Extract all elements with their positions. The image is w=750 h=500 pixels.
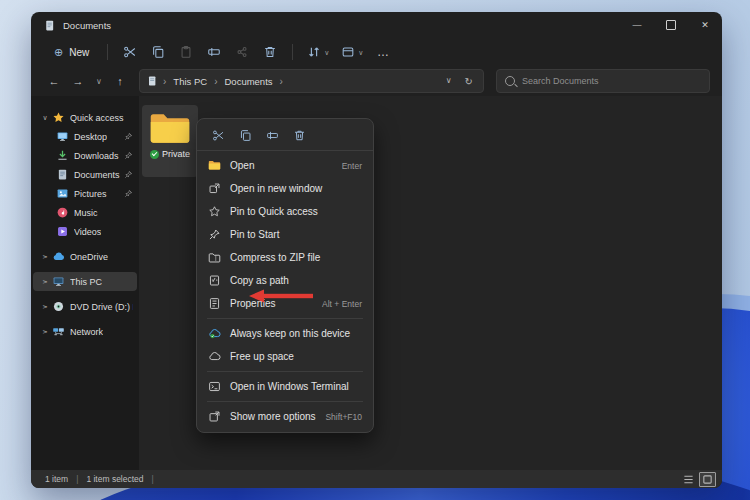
sort-icon (307, 45, 321, 59)
back-button[interactable]: ← (43, 70, 65, 92)
search-box[interactable]: Search Documents (496, 69, 710, 93)
breadcrumb-this-pc[interactable]: This PC (171, 75, 209, 88)
network-icon (52, 325, 65, 338)
menu-item-label: Compress to ZIP file (230, 252, 353, 263)
dvd-drive-icon (52, 300, 65, 313)
paste-button[interactable] (173, 41, 199, 63)
address-dropdown-button[interactable]: ∨ (442, 77, 456, 85)
maximize-button[interactable] (654, 12, 688, 38)
icons-view-toggle[interactable] (699, 472, 716, 487)
sidebar-item-network[interactable]: ∨ Network (33, 322, 137, 341)
chevron-down-icon[interactable]: ∨ (40, 114, 50, 122)
chevron-right-icon[interactable]: ∨ (41, 252, 49, 262)
rename-icon (266, 129, 279, 142)
menu-item-open-in-new-window[interactable]: Open in new window (197, 177, 373, 200)
menu-item-open-in-windows-terminal[interactable]: Open in Windows Terminal (197, 375, 373, 398)
paste-icon (179, 45, 193, 59)
menu-item-always-keep-on-device[interactable]: Always keep on this device (197, 322, 373, 345)
rename-button[interactable] (201, 41, 227, 63)
copy-icon (151, 45, 165, 59)
pin-icon[interactable] (124, 170, 133, 179)
pictures-icon (56, 187, 69, 200)
menu-item-label: Pin to Quick access (230, 206, 353, 217)
refresh-button[interactable]: ↻ (461, 76, 477, 87)
new-button[interactable]: ⊕ New (45, 44, 98, 61)
folder-open-icon (208, 159, 221, 172)
sidebar-item-pictures[interactable]: Pictures (33, 184, 137, 203)
view-toggles (681, 472, 716, 487)
sidebar-item-label: Network (70, 327, 103, 337)
sidebar-item-desktop[interactable]: Desktop (33, 127, 137, 146)
terminal-icon (208, 380, 221, 393)
sidebar-item-quick-access[interactable]: ∨ Quick access (33, 108, 137, 127)
copy-quick-button[interactable] (236, 126, 254, 144)
up-button[interactable]: ↑ (109, 70, 131, 92)
cut-quick-button[interactable] (209, 126, 227, 144)
copy-icon (239, 129, 252, 142)
menu-item-label: Always keep on this device (230, 328, 353, 339)
chevron-right-icon[interactable]: ∨ (41, 277, 49, 287)
sidebar-item-dvd-drive[interactable]: ∨ DVD Drive (D:) ESD-I (33, 297, 137, 316)
window-controls: — ✕ (620, 12, 722, 38)
copy-path-icon (208, 274, 221, 287)
window-body: ∨ Quick access Desktop Downloa (31, 96, 722, 470)
delete-quick-button[interactable] (290, 126, 308, 144)
sidebar-item-videos[interactable]: Videos (33, 222, 137, 241)
menu-item-compress-to-zip[interactable]: Compress to ZIP file (197, 246, 373, 269)
sort-button[interactable]: ∨ (302, 41, 334, 63)
explorer-window: Documents — ✕ ⊕ New (31, 12, 722, 488)
minimize-button[interactable]: — (620, 12, 654, 38)
downloads-icon (56, 149, 69, 162)
breadcrumb-documents[interactable]: Documents (222, 75, 274, 88)
menu-item-free-up-space[interactable]: Free up space (197, 345, 373, 368)
menu-item-show-more-options[interactable]: Show more options Shift+F10 (197, 405, 373, 428)
new-button-label: New (69, 47, 89, 58)
sidebar-item-label: Desktop (74, 132, 107, 142)
copy-button[interactable] (145, 41, 171, 63)
address-bar[interactable]: › This PC › Documents › ∨ ↻ (139, 69, 484, 93)
music-icon (56, 206, 69, 219)
forward-button[interactable]: → (67, 70, 89, 92)
chevron-right-icon[interactable]: ∨ (41, 327, 49, 337)
sidebar-item-this-pc[interactable]: ∨ This PC (33, 272, 137, 291)
sidebar-item-label: Quick access (70, 113, 124, 123)
sidebar-item-music[interactable]: Music (33, 203, 137, 222)
command-toolbar: ⊕ New ∨ ∨ … (31, 38, 722, 66)
pin-icon[interactable] (124, 189, 133, 198)
scissors-icon (212, 129, 225, 142)
chevron-right-icon[interactable]: ∨ (41, 302, 49, 312)
view-button[interactable]: ∨ (336, 41, 368, 63)
menu-item-pin-to-quick-access[interactable]: Pin to Quick access (197, 200, 373, 223)
view-icon (341, 45, 355, 59)
desktop-icon (56, 130, 69, 143)
sidebar-item-documents[interactable]: Documents (33, 165, 137, 184)
menu-item-label: Open in new window (230, 183, 353, 194)
menu-separator (207, 401, 363, 402)
cut-button[interactable] (117, 41, 143, 63)
status-separator: | (152, 474, 154, 484)
annotation-arrow (249, 288, 313, 304)
delete-button[interactable] (257, 41, 283, 63)
sidebar-item-onedrive[interactable]: ∨ OneDrive (33, 247, 137, 266)
item-count: 1 item (45, 474, 68, 484)
scissors-icon (123, 45, 137, 59)
share-button[interactable] (229, 41, 255, 63)
pin-icon[interactable] (124, 151, 133, 160)
close-button[interactable]: ✕ (688, 12, 722, 38)
rename-quick-button[interactable] (263, 126, 281, 144)
recent-locations-button[interactable]: ∨ (91, 70, 107, 92)
menu-item-open[interactable]: Open Enter (197, 154, 373, 177)
menu-separator (207, 318, 363, 319)
details-view-toggle[interactable] (681, 473, 696, 486)
plus-circle-icon: ⊕ (54, 47, 63, 58)
folder-item-private[interactable]: Private (142, 105, 198, 177)
breadcrumb-separator: › (214, 76, 217, 87)
titlebar[interactable]: Documents — ✕ (31, 12, 722, 38)
see-more-button[interactable]: … (370, 41, 396, 63)
quick-access-star-icon (52, 111, 65, 124)
sidebar-item-downloads[interactable]: Downloads (33, 146, 137, 165)
pin-icon[interactable] (124, 132, 133, 141)
menu-item-pin-to-start[interactable]: Pin to Start (197, 223, 373, 246)
breadcrumb-separator: › (163, 76, 166, 87)
pin-star-icon (208, 205, 221, 218)
